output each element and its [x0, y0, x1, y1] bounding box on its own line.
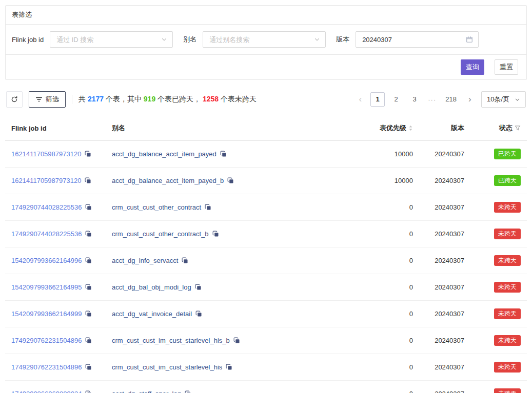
- version-date-picker[interactable]: [356, 31, 479, 48]
- toolbar: 筛选 共 2177 个表，其中 919 个表已跨天， 1258 个表未跨天 ‹ …: [5, 91, 527, 108]
- filter-actions: 查询 重置: [6, 55, 526, 79]
- copy-icon[interactable]: [233, 337, 240, 344]
- alias-link[interactable]: acct_dg_info_servacct: [112, 257, 178, 264]
- status-badge: 未跨天: [494, 362, 521, 373]
- table-body: 1621411705987973120 acct_dg_balance_acct…: [5, 141, 527, 393]
- table-row: 1749290762231504896 crm_cust_cust_im_cus…: [5, 327, 527, 354]
- copy-icon[interactable]: [85, 337, 92, 344]
- priority-cell: 0: [363, 381, 419, 393]
- alias-link[interactable]: crm_cust_cust_other_contract: [112, 203, 201, 211]
- sort-icon[interactable]: [408, 125, 413, 132]
- column-header-status[interactable]: 状态: [470, 116, 527, 141]
- next-page-icon[interactable]: ›: [464, 92, 476, 107]
- flink-job-id-link[interactable]: 1542097993662164999: [11, 310, 82, 318]
- flink-job-id-link[interactable]: 1542097993662164995: [11, 283, 82, 291]
- toolbar-right: ‹ 123···218 › 10条/页: [354, 91, 526, 108]
- version-cell: 20240307: [419, 168, 470, 194]
- copy-icon[interactable]: [185, 390, 191, 393]
- flink-job-id-link[interactable]: 1749290762231504896: [11, 337, 82, 344]
- status-badge: 未跨天: [494, 202, 521, 213]
- alias-link[interactable]: crm_cust_cust_im_cust_starlevel_his_b: [112, 337, 230, 344]
- summary-text: 共 2177 个表，其中 919 个表已跨天， 1258 个表未跨天: [78, 95, 257, 104]
- copy-icon[interactable]: [212, 231, 219, 237]
- copy-icon[interactable]: [220, 151, 227, 157]
- pagination-ellipsis[interactable]: ···: [426, 96, 438, 104]
- table-row: 1749290866069889024 acct_dg_staff_oper_l…: [5, 381, 527, 393]
- alias-link[interactable]: crm_cust_cust_im_cust_starlevel_his: [112, 363, 222, 371]
- table-row: 1749290744028225536 crm_cust_cust_other_…: [5, 194, 527, 221]
- prev-page-icon[interactable]: ‹: [354, 92, 366, 107]
- alias-input[interactable]: [208, 35, 314, 44]
- flink-job-id-input[interactable]: [55, 35, 161, 44]
- copy-icon[interactable]: [85, 177, 91, 184]
- page-size-label: 10条/页: [487, 95, 509, 104]
- alias-link[interactable]: crm_cust_cust_other_contract_b: [112, 230, 209, 238]
- priority-cell: 0: [363, 274, 419, 301]
- version-cell: 20240307: [419, 141, 470, 168]
- filter-toggle-label: 筛选: [46, 95, 59, 104]
- copy-icon[interactable]: [85, 311, 92, 317]
- alias-select[interactable]: [203, 31, 326, 48]
- copy-icon[interactable]: [85, 231, 92, 237]
- copy-icon[interactable]: [85, 257, 92, 264]
- flink-job-id-link[interactable]: 1621411705987973120: [11, 177, 81, 184]
- version-cell: 20240307: [419, 327, 470, 354]
- total-count: 2177: [88, 95, 104, 103]
- alias-label: 别名: [183, 35, 196, 44]
- priority-cell: 10000: [363, 168, 419, 194]
- alias-link[interactable]: acct_dg_vat_invoice_detail: [112, 310, 192, 318]
- copy-icon[interactable]: [226, 364, 232, 370]
- refresh-button[interactable]: [6, 91, 23, 108]
- query-button[interactable]: 查询: [461, 59, 484, 75]
- funnel-filter-icon[interactable]: [515, 125, 521, 131]
- version-cell: 20240307: [419, 381, 470, 393]
- flink-job-id-link[interactable]: 1749290762231504896: [11, 363, 82, 371]
- alias-link[interactable]: acct_dg_balance_acct_item_payed: [112, 150, 216, 158]
- copy-icon[interactable]: [227, 177, 234, 184]
- copy-icon[interactable]: [195, 311, 202, 317]
- copy-icon[interactable]: [85, 284, 92, 291]
- pagination-page-3[interactable]: 3: [407, 92, 422, 107]
- flink-job-id-link[interactable]: 1542097993662164996: [11, 257, 82, 264]
- copy-icon[interactable]: [205, 204, 211, 211]
- flink-job-id-link[interactable]: 1621411705987973120: [11, 150, 81, 158]
- alias-link[interactable]: acct_dg_bal_obj_modi_log: [112, 283, 191, 291]
- status-badge: 未跨天: [494, 255, 521, 266]
- status-badge: 未跨天: [494, 308, 521, 319]
- copy-icon[interactable]: [182, 257, 188, 264]
- uncrossed-count: 1258: [203, 95, 219, 103]
- calendar-icon: [466, 36, 473, 43]
- table-row: 1621411705987973120 acct_dg_balance_acct…: [5, 168, 527, 194]
- copy-icon[interactable]: [85, 390, 92, 393]
- flink-job-id-select[interactable]: [50, 31, 173, 48]
- copy-icon[interactable]: [85, 204, 92, 211]
- priority-cell: 0: [363, 247, 419, 274]
- chevron-down-icon: [515, 97, 520, 102]
- flink-job-id-link[interactable]: 1749290744028225536: [11, 230, 82, 238]
- priority-cell: 0: [363, 301, 419, 327]
- copy-icon[interactable]: [195, 284, 202, 291]
- reset-button[interactable]: 重置: [495, 59, 518, 75]
- flink-job-id-link[interactable]: 1749290744028225536: [11, 203, 82, 211]
- alias-link[interactable]: acct_dg_balance_acct_item_payed_b: [112, 177, 224, 184]
- table-row: 1542097993662164999 acct_dg_vat_invoice_…: [5, 301, 527, 327]
- version-cell: 20240307: [419, 221, 470, 247]
- version-cell: 20240307: [419, 301, 470, 327]
- priority-cell: 0: [363, 194, 419, 221]
- filter-toggle-button[interactable]: 筛选: [29, 91, 66, 108]
- version-date-input[interactable]: [361, 35, 466, 44]
- page-size-select[interactable]: 10条/页: [481, 91, 526, 108]
- flink-job-id-link[interactable]: 1749290866069889024: [11, 390, 82, 393]
- copy-icon[interactable]: [85, 364, 92, 370]
- priority-cell: 0: [363, 327, 419, 354]
- pagination-page-218[interactable]: 218: [442, 92, 460, 107]
- copy-icon[interactable]: [85, 151, 91, 157]
- filter-lines-icon: [35, 96, 43, 103]
- priority-cell: 10000: [363, 141, 419, 168]
- column-header-priority[interactable]: 表优先级: [363, 116, 419, 141]
- pagination-page-1[interactable]: 1: [370, 92, 385, 107]
- pagination-page-2[interactable]: 2: [389, 92, 403, 107]
- alias-link[interactable]: acct_dg_staff_oper_log: [112, 390, 181, 393]
- filter-card: 表筛选 Flink job id 别名: [5, 5, 527, 80]
- version-cell: 20240307: [419, 274, 470, 301]
